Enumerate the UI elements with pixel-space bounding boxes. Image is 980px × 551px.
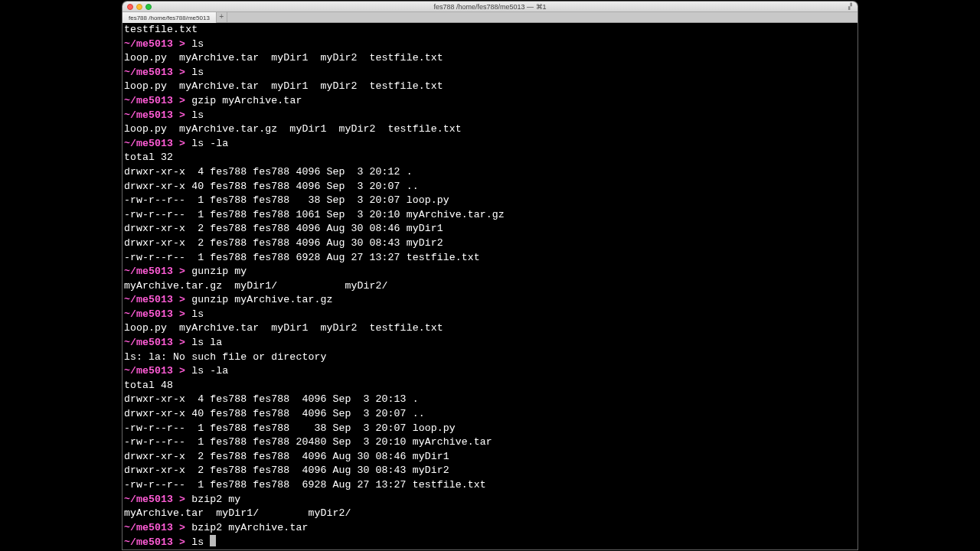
prompt-text: ~/me5013 >: [124, 494, 191, 505]
prompt-text: ~/me5013 >: [124, 365, 191, 377]
terminal-prompt-line: ~/me5013 > gzip myArchive.tar: [124, 94, 856, 109]
prompt-text: ~/me5013 >: [124, 522, 191, 533]
command-text: gunzip my: [191, 266, 247, 277]
terminal-output-line: ls: la: No such file or directory: [124, 350, 856, 365]
window-corner-icon: ▞: [848, 3, 856, 11]
command-text: ls: [191, 67, 204, 78]
prompt-text: ~/me5013 >: [124, 294, 191, 305]
prompt-text: ~/me5013 >: [124, 536, 191, 548]
command-text: ls la: [191, 337, 222, 348]
terminal-output-line: loop.py myArchive.tar.gz myDir1 myDir2 t…: [124, 122, 856, 137]
terminal-output-line: myArchive.tar myDir1/ myDir2/: [124, 507, 856, 521]
prompt-text: ~/me5013 >: [124, 308, 191, 320]
tab-active[interactable]: fes788 /home/fes788/me5013: [122, 12, 217, 23]
terminal-prompt-line: ~/me5013 > ls -la: [124, 137, 856, 152]
terminal-prompt-line: ~/me5013 > ls: [124, 109, 856, 123]
tab-label: fes788 /home/fes788/me5013: [129, 15, 210, 21]
terminal-output-line: drwxr-xr-x 2 fes788 fes788 4096 Aug 30 0…: [124, 236, 856, 251]
terminal-window: fes788 /home/fes788/me5013 — ⌘1 ▞ fes788…: [122, 2, 858, 549]
terminal-prompt-line: ~/me5013 > ls: [124, 535, 856, 549]
prompt-text: ~/me5013 >: [124, 38, 191, 50]
terminal-output-line: drwxr-xr-x 40 fes788 fes788 4096 Sep 3 2…: [124, 407, 856, 422]
terminal-output-line: loop.py myArchive.tar myDir1 myDir2 test…: [124, 51, 856, 66]
terminal-output-line: drwxr-xr-x 2 fes788 fes788 4096 Aug 30 0…: [124, 464, 856, 478]
terminal-output-line: total 32: [124, 151, 856, 165]
terminal-output-line: loop.py myArchive.tar myDir1 myDir2 test…: [124, 80, 856, 94]
terminal-output-line: -rw-r--r-- 1 fes788 fes788 6928 Aug 27 1…: [124, 478, 856, 493]
command-text: ls -la: [191, 138, 228, 149]
terminal-body[interactable]: testfile.txt~/me5013 > lsloop.py myArchi…: [122, 23, 858, 549]
terminal-prompt-line: ~/me5013 > gunzip my: [124, 265, 856, 279]
terminal-output-line: drwxr-xr-x 2 fes788 fes788 4096 Aug 30 0…: [124, 450, 856, 465]
terminal-output-line: testfile.txt: [124, 23, 856, 37]
command-text: ls: [191, 109, 204, 121]
prompt-text: ~/me5013 >: [124, 109, 191, 121]
terminal-prompt-line: ~/me5013 > ls: [124, 37, 856, 52]
prompt-text: ~/me5013 >: [124, 95, 191, 106]
terminal-prompt-line: ~/me5013 > gunzip myArchive.tar.gz: [124, 293, 856, 308]
command-text: gzip myArchive.tar: [191, 95, 302, 106]
prompt-text: ~/me5013 >: [124, 67, 191, 78]
terminal-output-line: drwxr-xr-x 2 fes788 fes788 4096 Aug 30 0…: [124, 222, 856, 236]
terminal-output-line: -rw-r--r-- 1 fes788 fes788 38 Sep 3 20:0…: [124, 422, 856, 436]
terminal-output-line: -rw-r--r-- 1 fes788 fes788 20480 Sep 3 2…: [124, 435, 856, 450]
terminal-output-line: total 48: [124, 379, 856, 393]
terminal-output-line: -rw-r--r-- 1 fes788 fes788 1061 Sep 3 20…: [124, 208, 856, 223]
command-text: ls: [191, 536, 210, 548]
terminal-output-line: -rw-r--r-- 1 fes788 fes788 38 Sep 3 20:0…: [124, 194, 856, 208]
terminal-prompt-line: ~/me5013 > ls -la: [124, 364, 856, 379]
tab-bar: fes788 /home/fes788/me5013 +: [122, 12, 858, 23]
command-text: ls: [191, 308, 204, 320]
terminal-prompt-line: ~/me5013 > ls la: [124, 336, 856, 350]
titlebar: fes788 /home/fes788/me5013 — ⌘1 ▞: [122, 2, 858, 12]
terminal-prompt-line: ~/me5013 > ls: [124, 308, 856, 322]
command-text: bzip2 my: [191, 494, 240, 505]
terminal-output-line: drwxr-xr-x 40 fes788 fes788 4096 Sep 3 2…: [124, 180, 856, 194]
window-title: fes788 /home/fes788/me5013 — ⌘1: [122, 3, 858, 11]
terminal-prompt-line: ~/me5013 > ls: [124, 66, 856, 80]
command-text: ls: [191, 38, 204, 50]
terminal-prompt-line: ~/me5013 > bzip2 myArchive.tar: [124, 521, 856, 536]
command-text: ls -la: [191, 365, 228, 377]
terminal-output-line: drwxr-xr-x 4 fes788 fes788 4096 Sep 3 20…: [124, 393, 856, 407]
terminal-output-line: -rw-r--r-- 1 fes788 fes788 6928 Aug 27 1…: [124, 251, 856, 266]
command-text: gunzip myArchive.tar.gz: [191, 294, 332, 305]
prompt-text: ~/me5013 >: [124, 266, 191, 277]
terminal-output-line: myArchive.tar.gz myDir1/ myDir2/: [124, 279, 856, 294]
terminal-prompt-line: ~/me5013 > bzip2 my: [124, 493, 856, 507]
prompt-text: ~/me5013 >: [124, 337, 191, 348]
prompt-text: ~/me5013 >: [124, 138, 191, 149]
command-text: bzip2 myArchive.tar: [191, 522, 308, 533]
terminal-output-line: loop.py myArchive.tar myDir1 myDir2 test…: [124, 321, 856, 336]
add-tab-button[interactable]: +: [217, 12, 227, 22]
cursor-icon: [210, 535, 216, 546]
terminal-output-line: drwxr-xr-x 4 fes788 fes788 4096 Sep 3 20…: [124, 165, 856, 180]
